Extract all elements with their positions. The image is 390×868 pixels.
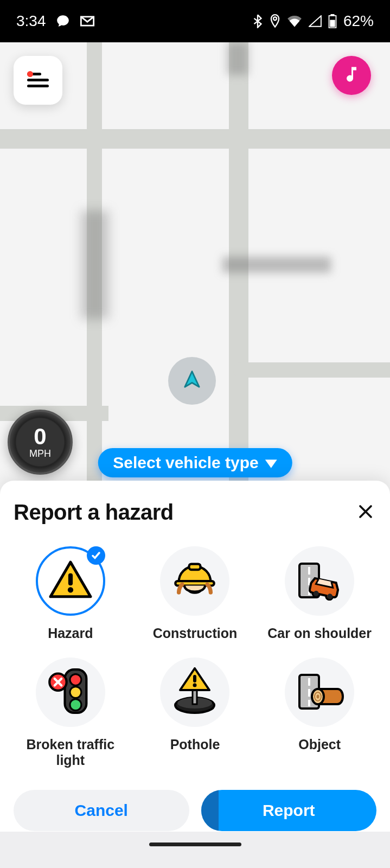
svg-rect-25 xyxy=(308,678,310,686)
close-icon xyxy=(357,503,374,522)
status-battery: 62% xyxy=(343,12,374,30)
speed-value: 0 xyxy=(34,425,46,448)
report-label: Report xyxy=(263,801,315,820)
sheet-title: Report a hazard xyxy=(14,500,174,525)
svg-point-23 xyxy=(193,684,197,687)
speedometer[interactable]: 0 MPH xyxy=(8,410,73,475)
hazard-option-broken-traffic-light[interactable]: Broken traffic light xyxy=(14,658,127,768)
hamburger-icon xyxy=(27,73,49,88)
music-note-icon xyxy=(342,65,361,86)
street-label-blurred xyxy=(227,42,248,75)
speed-unit: MPH xyxy=(29,448,51,459)
svg-rect-4 xyxy=(68,573,73,586)
cell-icon xyxy=(309,15,322,27)
menu-button[interactable] xyxy=(14,56,62,105)
svg-point-0 xyxy=(273,17,277,20)
traffic-light-broken-icon xyxy=(48,667,93,717)
svg-rect-9 xyxy=(308,567,310,575)
svg-rect-27 xyxy=(308,700,310,706)
status-time: 3:34 xyxy=(16,12,46,30)
svg-rect-26 xyxy=(308,689,310,697)
warning-triangle-icon xyxy=(48,559,93,603)
close-button[interactable] xyxy=(355,502,376,524)
pothole-icon xyxy=(170,667,219,717)
street-label-blurred xyxy=(222,257,331,273)
wifi-icon xyxy=(287,15,302,27)
location-icon xyxy=(270,14,280,28)
location-arrow-icon xyxy=(180,368,204,394)
hazard-option-label: Construction xyxy=(153,626,238,641)
gmail-icon xyxy=(80,15,95,27)
hazard-option-car-on-shoulder[interactable]: Car on shoulder xyxy=(263,546,376,641)
hazard-option-pothole[interactable]: Pothole xyxy=(138,658,252,768)
svg-rect-3 xyxy=(330,20,335,27)
bluetooth-icon xyxy=(252,14,263,28)
road xyxy=(233,362,390,378)
chevron-down-icon xyxy=(265,454,277,472)
hazard-option-label: Hazard xyxy=(48,626,93,641)
system-nav-bar[interactable] xyxy=(0,832,390,868)
hazard-option-hazard[interactable]: Hazard xyxy=(14,546,127,641)
selected-check-icon xyxy=(87,546,105,565)
hazard-option-object[interactable]: Object xyxy=(263,658,376,768)
car-shoulder-icon xyxy=(295,559,344,603)
current-location-marker[interactable] xyxy=(168,357,216,405)
cancel-label: Cancel xyxy=(75,801,128,820)
log-object-icon xyxy=(295,671,344,714)
hazard-option-label: Object xyxy=(298,737,341,752)
svg-rect-6 xyxy=(189,564,201,570)
vehicle-type-selector[interactable]: Select vehicle type xyxy=(98,448,292,477)
chat-icon xyxy=(56,14,70,28)
svg-rect-22 xyxy=(193,675,196,682)
hazard-option-construction[interactable]: Construction xyxy=(138,546,252,641)
hazard-option-label: Broken traffic light xyxy=(14,737,127,768)
svg-point-5 xyxy=(68,587,73,592)
report-hazard-sheet: Report a hazard Hazard xyxy=(0,481,390,832)
svg-point-15 xyxy=(70,674,81,686)
sheet-actions: Cancel Report xyxy=(14,790,376,831)
hazard-option-label: Car on shoulder xyxy=(267,626,372,641)
street-label-blurred xyxy=(81,210,108,319)
svg-point-17 xyxy=(70,699,81,711)
gesture-handle[interactable] xyxy=(149,843,241,846)
vehicle-type-label: Select vehicle type xyxy=(113,454,258,472)
music-button[interactable] xyxy=(332,56,371,95)
hazard-options-grid: Hazard Construction Car on shoulder xyxy=(14,546,376,768)
hazard-option-label: Pothole xyxy=(170,737,220,752)
hardhat-icon xyxy=(172,557,218,605)
status-bar: 3:34 62% xyxy=(0,0,390,42)
svg-point-30 xyxy=(317,695,319,699)
road xyxy=(0,129,390,149)
notification-dot xyxy=(27,71,33,77)
report-button[interactable]: Report xyxy=(201,790,377,831)
svg-point-16 xyxy=(70,687,81,698)
battery-icon xyxy=(328,14,337,28)
cancel-button[interactable]: Cancel xyxy=(14,790,189,831)
